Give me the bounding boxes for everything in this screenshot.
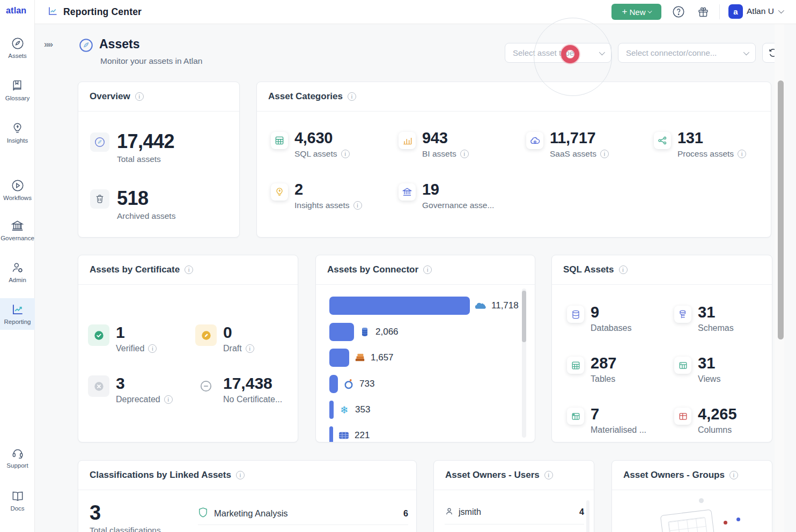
sidebar-item-assets[interactable]: Assets	[0, 36, 35, 59]
info-icon[interactable]: i	[600, 150, 609, 158]
card-title: Assets by Connector	[327, 264, 418, 275]
sidebar-item-label: Workflows	[0, 195, 35, 201]
asset-type-select[interactable]: Select asset type	[505, 43, 611, 63]
info-icon[interactable]: i	[348, 92, 356, 101]
schemas-value: 31	[698, 304, 734, 321]
chart-scrollbar-thumb[interactable]	[522, 291, 526, 342]
help-icon[interactable]	[671, 4, 686, 19]
sidebar-item-governance[interactable]: Governance	[0, 219, 35, 241]
materialised-views-label: Materialised ...	[591, 425, 646, 435]
bar-value: 733	[359, 379, 374, 389]
info-icon[interactable]: i	[135, 92, 144, 101]
atlan-logo[interactable]: atlan	[6, 6, 26, 16]
bar-row[interactable]: 2,066	[329, 323, 399, 341]
sidebar-item-workflows[interactable]: Workflows	[0, 179, 35, 201]
materialised-view-icon	[567, 408, 584, 425]
connector-bar-chart: 11,718 2,066 1,657	[316, 285, 528, 442]
card-title: Assets by Certificate	[90, 264, 180, 275]
user-name-text: jsmith	[459, 507, 574, 517]
plus-icon: +	[622, 6, 628, 17]
verified-value: 1	[116, 323, 157, 342]
page-title: Assets	[99, 37, 139, 51]
total-classifications-value: 3	[90, 501, 161, 524]
classification-count: 6	[403, 509, 408, 519]
page-scrollbar-thumb[interactable]	[778, 80, 784, 339]
sidebar-item-insights[interactable]: Insights	[0, 121, 35, 144]
archived-assets-value: 518	[117, 187, 175, 210]
sidebar-item-label: Docs	[0, 505, 35, 512]
archived-assets-label: Archived assets	[117, 211, 175, 221]
sidebar-item-glossary[interactable]: Glossary	[0, 79, 35, 101]
info-icon[interactable]: i	[619, 265, 628, 274]
minus-circle-icon	[197, 378, 215, 395]
sidebar-item-label: Governance	[0, 235, 35, 241]
list-scrollbar-track[interactable]	[586, 500, 589, 532]
assets-by-connector-card: Assets by Connector i 11,718 2,066	[315, 255, 535, 442]
bar-row[interactable]: ❄ 353	[329, 401, 370, 419]
sidebar-item-reporting[interactable]: Reporting	[0, 298, 35, 330]
bar-value: 221	[355, 430, 370, 441]
sidebar-item-docs[interactable]: Docs	[0, 489, 35, 512]
user-menu[interactable]: Atlan U	[747, 6, 783, 16]
info-icon[interactable]: i	[148, 344, 157, 353]
info-icon[interactable]: i	[729, 471, 738, 479]
sidebar-item-label: Reporting	[0, 319, 35, 325]
info-icon[interactable]: i	[246, 344, 254, 353]
compass-icon	[90, 132, 109, 152]
chevron-down-icon	[778, 8, 784, 13]
sidebar-item-support[interactable]: Support	[0, 446, 35, 469]
total-classifications-label: Total classifications	[90, 526, 161, 532]
line-chart-icon	[0, 302, 35, 316]
classification-list-item[interactable]: Marketing Analysis 6	[198, 503, 408, 525]
sidebar-item-label: Insights	[0, 137, 35, 144]
draft-badge-icon	[195, 324, 217, 346]
bar	[329, 323, 354, 341]
classification-name: Marketing Analysis	[214, 508, 397, 519]
asset-owners-groups-card: Asset Owners - Groups i	[611, 460, 772, 532]
bar-row[interactable]: 221	[329, 426, 370, 442]
assets-by-certificate-card: Assets by Certificate i 1 Verifiedi 0	[78, 255, 298, 442]
views-label: Views	[698, 374, 720, 384]
materialised-views-value: 7	[591, 405, 646, 423]
card-title: Asset Owners - Users	[445, 470, 540, 481]
table-icon	[271, 132, 288, 149]
info-icon[interactable]: i	[353, 201, 362, 210]
database-connector-icon	[359, 326, 371, 338]
sql-assets-label: SQL assetsi	[294, 149, 350, 159]
bar-row[interactable]: 733	[329, 375, 374, 393]
person-icon	[445, 507, 454, 518]
info-icon[interactable]: i	[164, 395, 173, 404]
trash-icon	[90, 189, 109, 209]
gift-icon[interactable]	[696, 4, 711, 19]
cloud-connector-icon	[475, 300, 487, 312]
sidebar-item-label: Glossary	[0, 95, 35, 101]
bank-icon	[399, 183, 416, 201]
view-table-icon	[674, 357, 691, 374]
info-icon[interactable]: i	[423, 265, 432, 274]
bar-row[interactable]: 11,718	[329, 297, 519, 315]
sidebar-item-admin[interactable]: Admin	[0, 261, 35, 283]
compass-icon	[0, 36, 35, 50]
info-icon[interactable]: i	[460, 150, 469, 158]
info-icon[interactable]: i	[341, 150, 350, 158]
shield-icon	[198, 507, 208, 520]
insights-assets-value: 2	[294, 181, 362, 198]
user-list-item[interactable]: jsmith 4	[445, 500, 584, 524]
bar	[329, 401, 334, 419]
draft-label: Drafti	[223, 344, 254, 353]
process-assets-label: Process assetsi	[677, 149, 746, 159]
bank-icon	[0, 219, 35, 233]
info-icon[interactable]: i	[236, 471, 245, 479]
cloud-icon	[526, 132, 543, 149]
sidebar-item-label: Support	[0, 462, 35, 469]
bar-row[interactable]: 1,657	[329, 349, 394, 367]
info-icon[interactable]: i	[185, 265, 193, 274]
atlan-avatar[interactable]: a	[728, 4, 743, 19]
expand-sidebar-icon[interactable]: »»	[44, 39, 52, 50]
new-button[interactable]: +New	[611, 4, 661, 20]
nodes-icon	[654, 132, 671, 149]
info-icon[interactable]: i	[738, 150, 746, 158]
info-icon[interactable]: i	[544, 471, 553, 479]
compass-icon	[79, 38, 93, 55]
connector-select[interactable]: Select connector/conne...	[618, 43, 756, 63]
